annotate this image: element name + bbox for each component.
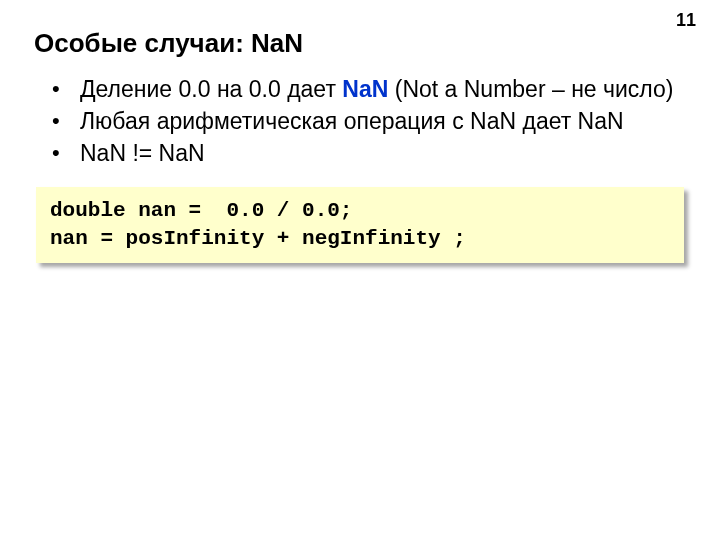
list-item: Деление 0.0 на 0.0 дает NaN (Not a Numbe…	[52, 75, 680, 105]
page-number: 11	[676, 10, 696, 31]
slide-title: Особые случаи: NaN	[0, 0, 720, 59]
bullet-list: Деление 0.0 на 0.0 дает NaN (Not a Numbe…	[0, 59, 720, 169]
bullet-text: Любая арифметическая операция с NaN дает…	[80, 108, 624, 134]
list-item: NaN != NaN	[52, 139, 680, 169]
bullet-text: NaN != NaN	[80, 140, 205, 166]
code-line: double nan = 0.0 / 0.0;	[50, 199, 352, 222]
code-line: nan = posInfinity + negInfinity ;	[50, 227, 466, 250]
list-item: Любая арифметическая операция с NaN дает…	[52, 107, 680, 137]
nan-highlight: NaN	[342, 76, 388, 102]
code-block: double nan = 0.0 / 0.0; nan = posInfinit…	[36, 187, 684, 264]
bullet-text-post: (Not a Number – не число)	[388, 76, 673, 102]
bullet-text-pre: Деление 0.0 на 0.0 дает	[80, 76, 342, 102]
